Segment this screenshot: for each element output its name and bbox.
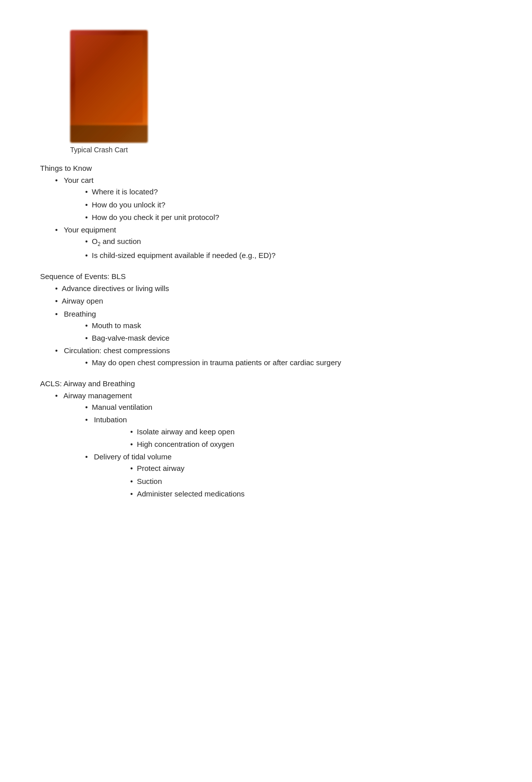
your-cart-sublist: Where it is located? How do you unlock i… — [55, 186, 492, 223]
things-to-know-list: Your cart Where it is located? How do yo… — [40, 174, 492, 261]
list-item: May do open chest compression in trauma … — [85, 357, 492, 368]
list-item: Intubation Isolate airway and keep open … — [85, 414, 492, 450]
list-item: Delivery of tidal volume Protect airway … — [85, 451, 492, 499]
things-to-know-section: Things to Know Your cart Where it is loc… — [40, 164, 492, 261]
list-item: High concentration of oxygen — [130, 438, 492, 450]
list-item: Isolate airway and keep open — [130, 426, 492, 437]
list-item: Manual ventilation — [85, 401, 492, 413]
list-item: O2 and suction — [85, 235, 492, 248]
list-item: Administer selected medications — [130, 488, 492, 499]
acls-airway-title: ACLS: Airway and Breathing — [40, 379, 492, 388]
list-item: Airway open — [55, 295, 492, 307]
list-item: Breathing Mouth to mask Bag-valve-mask d… — [55, 308, 492, 344]
list-item: Suction — [130, 475, 492, 487]
list-item: Mouth to mask — [85, 320, 492, 331]
airway-management-sublist: Manual ventilation Intubation Isolate ai… — [55, 401, 492, 499]
list-item: Circulation: chest compressions May do o… — [55, 345, 492, 368]
breathing-sublist: Mouth to mask Bag-valve-mask device — [55, 320, 492, 344]
list-item: Protect airway — [130, 462, 492, 474]
list-item: Airway management Manual ventilation Int… — [55, 390, 492, 499]
sequence-bls-section: Sequence of Events: BLS Advance directiv… — [40, 272, 492, 368]
acls-airway-section: ACLS: Airway and Breathing Airway manage… — [40, 379, 492, 499]
list-item: How do you check it per unit protocol? — [85, 211, 492, 223]
your-equipment-sublist: O2 and suction Is child-sized equipment … — [55, 235, 492, 261]
crash-cart-image — [70, 30, 148, 143]
list-item: Is child-sized equipment available if ne… — [85, 249, 492, 261]
list-item: How do you unlock it? — [85, 199, 492, 210]
acls-airway-list: Airway management Manual ventilation Int… — [40, 390, 492, 499]
crash-cart-caption: Typical Crash Cart — [70, 146, 148, 154]
list-item: Advance directives or living wills — [55, 283, 492, 294]
things-to-know-title: Things to Know — [40, 164, 492, 172]
list-item: Bag-valve-mask device — [85, 332, 492, 344]
list-item: Where it is located? — [85, 186, 492, 197]
list-item: Your cart Where it is located? How do yo… — [55, 174, 492, 223]
crash-cart-image-container: Typical Crash Cart — [70, 30, 148, 154]
sequence-bls-title: Sequence of Events: BLS — [40, 272, 492, 281]
tidal-volume-sublist: Protect airway Suction Administer select… — [85, 462, 492, 499]
circulation-sublist: May do open chest compression in trauma … — [55, 357, 492, 368]
list-item: Your equipment O2 and suction Is child-s… — [55, 224, 492, 261]
intubation-sublist: Isolate airway and keep open High concen… — [85, 426, 492, 450]
sequence-bls-list: Advance directives or living wills Airwa… — [40, 283, 492, 368]
